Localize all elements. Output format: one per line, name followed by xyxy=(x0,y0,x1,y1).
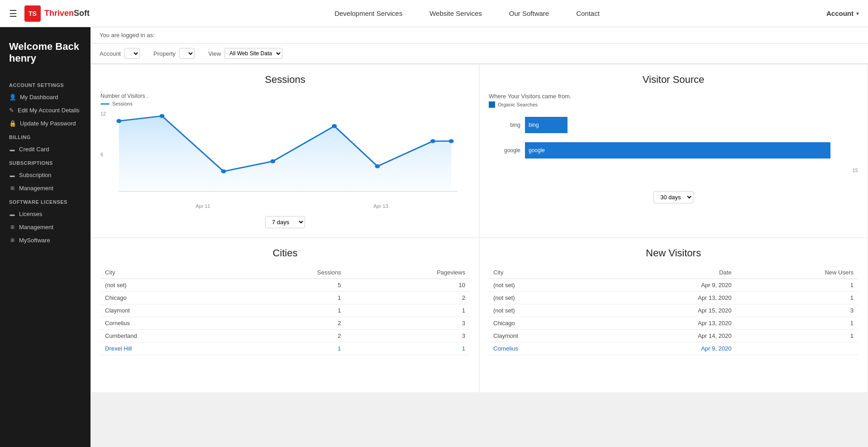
sessions-title: Sessions xyxy=(100,74,470,86)
sidebar-item-label: Management xyxy=(19,185,53,192)
main-layout: Welcome Back henry ACCOUNT SETTINGS 👤 My… xyxy=(0,27,868,447)
account-label: Account xyxy=(826,10,854,17)
new-visitors-table-body: (not set)Apr 9, 20201(not set)Apr 13, 20… xyxy=(489,279,858,355)
chart-y-labels: 12 6 xyxy=(100,111,106,202)
ga-toolbar: Account Property View All Web Site Data xyxy=(91,43,868,64)
y-label-6: 6 xyxy=(100,152,106,157)
table-row: (not set)Apr 13, 20201 xyxy=(489,292,858,304)
sessions-legend: Sessions xyxy=(100,101,470,106)
sidebar-item-credit-card[interactable]: ▬ Credit Card xyxy=(0,143,91,156)
visitor-source-subtitle: Where Your Visitors came from. xyxy=(489,93,858,100)
x-label-apr13: Apr 13 xyxy=(373,203,388,209)
ga-view-select[interactable]: All Web Site Data xyxy=(224,48,282,59)
cities-table: City Sessions Pageviews (not set)510Chic… xyxy=(100,266,470,355)
visitor-source-title: Visitor Source xyxy=(489,74,858,86)
bar-x-axis: 15 xyxy=(489,168,858,173)
logo-icon: TS xyxy=(24,5,41,22)
sidebar-item-label: Update My Password xyxy=(20,120,76,127)
new-visitors-card: New Visitors City Date New Users (not se… xyxy=(480,238,867,392)
nv-col-date: Date xyxy=(598,266,736,279)
svg-point-7 xyxy=(430,139,435,143)
table-row: (not set)Apr 15, 20203 xyxy=(489,304,858,317)
sessions-legend-label: Sessions xyxy=(112,101,133,106)
sidebar-item-subscription[interactable]: ▬ Subscription xyxy=(0,168,91,182)
nav-development-services[interactable]: Development Services xyxy=(334,10,402,17)
sidebar-item-label: Licenses xyxy=(19,211,42,217)
ga-account-select[interactable] xyxy=(124,48,140,59)
svg-point-3 xyxy=(221,169,226,173)
svg-point-1 xyxy=(116,119,121,123)
table-row: ChicagoApr 13, 20201 xyxy=(489,317,858,330)
sessions-days-select[interactable]: 7 days30 days90 days xyxy=(265,216,305,228)
sessions-svg xyxy=(100,111,470,202)
logo-text: ThrivenSoft xyxy=(44,9,90,18)
sidebar-item-my-dashboard[interactable]: 👤 My Dashboard xyxy=(0,91,91,104)
bar-label-bing: bing xyxy=(493,122,520,128)
nav-contact[interactable]: Contact xyxy=(576,10,600,17)
table-row: Drexel Hill11 xyxy=(100,342,470,355)
sessions-legend-dot xyxy=(100,103,110,105)
svg-point-4 xyxy=(270,159,275,163)
dashboard-grid: Sessions Number of Visitors . Sessions 1… xyxy=(91,64,868,393)
hamburger-icon[interactable]: ☰ xyxy=(9,8,17,19)
list-icon: ▬ xyxy=(9,173,15,178)
visitor-source-card: Visitor Source Where Your Visitors came … xyxy=(480,65,867,237)
sessions-chart: 12 6 xyxy=(100,111,470,202)
welcome-name: henry xyxy=(9,53,81,64)
sidebar-item-label: Subscription xyxy=(19,172,52,178)
svg-point-5 xyxy=(332,124,337,128)
section-software-licenses: SOFTWARE LICENSES xyxy=(0,195,91,207)
sessions-card: Sessions Number of Visitors . Sessions 1… xyxy=(91,65,479,237)
nav-our-software[interactable]: Our Software xyxy=(509,10,549,17)
table-row: Claymont11 xyxy=(100,304,470,317)
bar-google-label: google xyxy=(529,147,545,154)
nav-website-services[interactable]: Website Services xyxy=(429,10,482,17)
sidebar-item-edit-account[interactable]: ✎ Edit My Account Details xyxy=(0,104,91,117)
y-label-12: 12 xyxy=(100,111,106,116)
grid-icon: ⊞ xyxy=(9,185,15,191)
ga-account-label: Account xyxy=(100,50,121,57)
table-row: Chicago12 xyxy=(100,292,470,304)
cities-col-pageviews: Pageviews xyxy=(346,266,470,279)
logged-in-bar: You are logged in as: xyxy=(91,27,868,43)
visitor-source-days-select[interactable]: 30 days7 days90 days xyxy=(653,191,693,203)
mysoftware-icon: ⊞ xyxy=(9,237,15,243)
visitor-legend-label: Organic Searches xyxy=(498,102,538,107)
bar-google: google xyxy=(525,142,830,159)
sidebar-item-subscriptions-management[interactable]: ⊞ Management xyxy=(0,182,91,195)
account-menu[interactable]: Account ▾ xyxy=(826,10,859,17)
chart-x-labels: Apr 11 Apr 13 xyxy=(100,203,470,209)
bar-chart-container: bing bing google google xyxy=(489,117,858,159)
section-billing: BILLING xyxy=(0,130,91,143)
ga-property-select[interactable] xyxy=(179,48,195,59)
x-label-apr11: Apr 11 xyxy=(196,203,210,209)
bar-x-label: 15 xyxy=(853,168,858,173)
sidebar-item-label: Edit My Account Details xyxy=(18,107,80,114)
svg-point-6 xyxy=(375,164,380,168)
bar-row-google: google google xyxy=(493,142,854,159)
table-row: (not set)510 xyxy=(100,279,470,292)
new-visitors-table: City Date New Users (not set)Apr 9, 2020… xyxy=(489,266,858,355)
sessions-footer: 7 days30 days90 days xyxy=(100,216,470,228)
main-content: You are logged in as: Account Property V… xyxy=(91,27,868,447)
section-account-settings: ACCOUNT SETTINGS xyxy=(0,78,91,91)
sidebar-item-mysoftware[interactable]: ⊞ MySoftware xyxy=(0,234,91,247)
cities-table-head: City Sessions Pageviews xyxy=(100,266,470,279)
sessions-chart-meta: Number of Visitors . xyxy=(100,93,470,99)
table-row: Cumberland23 xyxy=(100,330,470,342)
sidebar-item-label: My Dashboard xyxy=(20,94,58,101)
table-row: Cornelius23 xyxy=(100,317,470,330)
ga-view-label: View xyxy=(208,50,221,57)
sidebar-item-licenses[interactable]: ▬ Licenses xyxy=(0,207,91,221)
sidebar-item-licenses-management[interactable]: ⊞ Management xyxy=(0,221,91,234)
cities-col-sessions: Sessions xyxy=(237,266,346,279)
bar-bing-label: bing xyxy=(529,122,539,128)
ga-account-group: Account xyxy=(100,48,140,59)
ga-property-label: Property xyxy=(153,50,176,57)
sidebar-item-update-password[interactable]: 🔒 Update My Password xyxy=(0,117,91,130)
svg-point-2 xyxy=(160,114,165,118)
bar-row-bing: bing bing xyxy=(493,117,854,133)
logo[interactable]: TS ThrivenSoft xyxy=(24,5,90,22)
bar-bing: bing xyxy=(525,117,568,133)
visitor-legend: Organic Searches xyxy=(489,101,858,108)
